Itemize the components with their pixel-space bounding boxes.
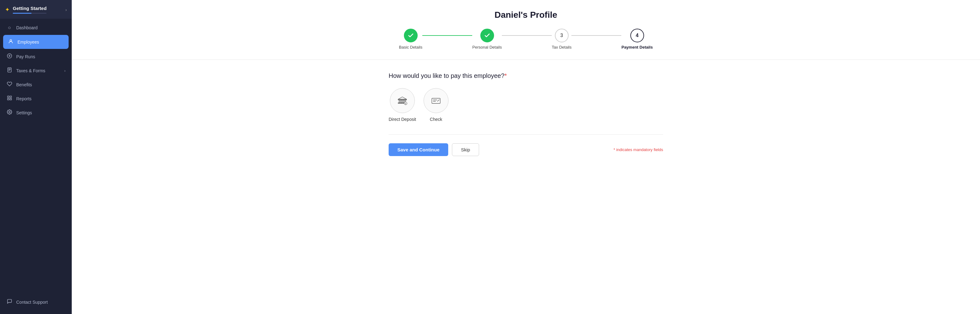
save-continue-button[interactable]: Save and Continue [389,143,448,156]
taxes-forms-icon [6,67,13,74]
getting-started-label: Getting Started [13,6,46,11]
direct-deposit-option[interactable]: $ Direct Deposit [389,88,416,122]
step-3-label: Tax Details [552,45,572,49]
step-4-circle: 4 [630,29,644,42]
sidebar-item-dashboard[interactable]: ○ Dashboard [0,21,72,34]
step-3-circle: 3 [555,29,569,42]
connector-2-3 [502,35,552,36]
direct-deposit-circle: $ [390,88,415,113]
step-1-circle [404,29,418,42]
sidebar-item-reports[interactable]: Reports [0,92,72,106]
sidebar-item-employees-label: Employees [18,40,39,44]
sidebar-item-benefits-label: Benefits [16,82,32,87]
sidebar-item-settings-label: Settings [16,110,32,115]
step-4-number: 4 [636,33,638,38]
svg-rect-8 [8,96,9,97]
svg-point-0 [10,40,11,41]
step-basic-details: Basic Details [399,29,422,49]
sidebar-bottom: Contact Support [0,292,72,314]
getting-started-item[interactable]: ✦ Getting Started › [0,0,72,19]
sidebar-item-contact-support[interactable]: Contact Support [0,295,72,309]
pay-runs-icon [6,53,13,60]
sidebar-item-pay-runs-label: Pay Runs [16,54,35,59]
payment-question: How would you like to pay this employee?… [389,72,663,79]
connector-1-2 [422,35,472,36]
svg-rect-10 [8,98,9,100]
skip-button[interactable]: Skip [452,143,479,156]
sidebar-nav: ○ Dashboard Employees Pay Runs [0,19,72,292]
step-4-label: Payment Details [621,45,652,49]
step-1-label: Basic Details [399,45,422,49]
step-personal-details: Personal Details [472,29,502,49]
svg-marker-13 [398,97,406,99]
svg-rect-9 [10,96,11,97]
star-icon: ✦ [5,6,10,13]
chevron-right-icon: › [64,69,65,73]
settings-icon [6,109,13,116]
sidebar-item-dashboard-label: Dashboard [16,25,38,30]
dashboard-icon: ○ [6,25,13,30]
check-label: Check [430,117,442,122]
check-circle [423,88,449,113]
step-payment-details: 4 Payment Details [621,29,652,49]
sidebar-item-taxes-forms[interactable]: Taxes & Forms › [0,63,72,78]
chevron-right-icon: › [65,8,67,12]
employees-icon [8,39,14,45]
payment-options: $ Direct Deposit Check [389,88,663,122]
svg-rect-15 [399,100,400,103]
step-2-circle [480,29,494,42]
mandatory-note: * indicates mandatory fields [614,147,663,152]
svg-rect-22 [432,98,440,104]
progress-bar-track [13,13,46,14]
direct-deposit-label: Direct Deposit [389,117,416,122]
step-3-number: 3 [560,33,563,38]
svg-line-25 [437,100,439,101]
sidebar-item-benefits[interactable]: Benefits [0,78,72,92]
benefits-icon [6,81,13,88]
action-row: Save and Continue Skip * indicates manda… [389,143,663,156]
svg-rect-17 [402,100,404,103]
mandatory-star: * [504,72,507,79]
contact-support-icon [6,299,13,305]
sidebar: ✦ Getting Started › ○ Dashboard Employee… [0,0,72,314]
form-divider [389,134,663,135]
check-option[interactable]: Check [423,88,449,122]
profile-header: Daniel's Profile Basic Details [72,0,980,60]
sidebar-item-contact-support-label: Contact Support [16,300,48,304]
step-2-label: Personal Details [472,45,502,49]
main-content: Daniel's Profile Basic Details [72,0,980,314]
svg-point-12 [9,111,10,113]
svg-rect-11 [10,98,11,100]
svg-rect-16 [401,100,402,103]
reports-icon [6,95,13,102]
sidebar-item-employees[interactable]: Employees [3,35,68,49]
stepper: Basic Details Personal Details 3 Tax Det… [84,29,967,49]
sidebar-item-settings[interactable]: Settings [0,106,72,120]
sidebar-item-reports-label: Reports [16,96,32,101]
step-tax-details: 3 Tax Details [552,29,572,49]
form-section: How would you like to pay this employee?… [370,60,682,165]
progress-bar-fill [13,13,32,14]
connector-3-4 [571,35,621,36]
sidebar-item-taxes-forms-label: Taxes & Forms [16,68,45,73]
sidebar-item-pay-runs[interactable]: Pay Runs [0,49,72,63]
page-title: Daniel's Profile [84,10,967,20]
